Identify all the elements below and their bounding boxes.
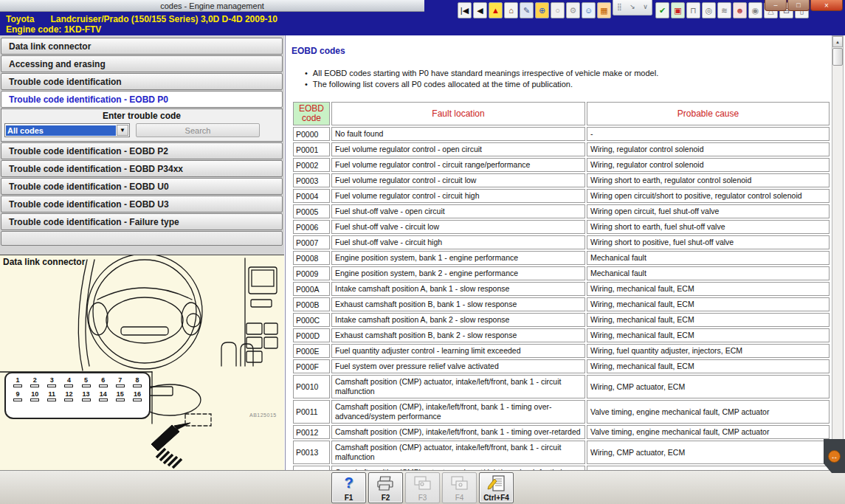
close-icon: × <box>824 1 829 10</box>
cell-code: P0000 <box>293 127 330 141</box>
pin-slot <box>99 398 108 401</box>
drawing-tools-icon[interactable]: ✎ <box>520 2 534 18</box>
sidebar-item-label: Trouble code identification - EOBD U0 <box>9 182 169 192</box>
dashboard-illustration <box>0 255 284 470</box>
top-strip: codes - Engine management |◀ ◀ ▲ ⌂ ✎ ⊕ ○… <box>0 0 845 35</box>
code-filter-combobox[interactable]: All codes ▼ <box>4 123 130 137</box>
brakes-icon[interactable]: ◎ <box>702 2 716 18</box>
cell-probable-cause: Wiring, mechanical fault, ECM <box>587 359 830 373</box>
sidebar-item[interactable]: Data link connector <box>1 38 283 55</box>
table-row: P0012 Camshaft position (CMP), intake/le… <box>293 425 830 439</box>
combobox-value: All codes <box>6 125 116 136</box>
seat-icon[interactable]: ⊓ <box>686 2 700 18</box>
sidebar-item[interactable]: Trouble code identification <box>1 73 283 90</box>
cell-fault-location: Fuel volume regulator control - open cir… <box>331 142 585 156</box>
cell-probable-cause: Wiring short to positive, fuel shut-off … <box>587 235 830 249</box>
sidebar-item[interactable]: Accessing and erasing <box>1 55 283 72</box>
cell-fault-location: Camshaft position (CMP), intake/left/fro… <box>331 400 585 424</box>
cell-probable-cause: Valve timing, engine mechanical fault, C… <box>587 400 830 424</box>
vehicle-model: Landcruiser/Prado (150/155 Series) 3,0D … <box>50 14 277 24</box>
cell-fault-location: Fuel volume regulator control - circuit … <box>331 189 585 203</box>
warning-triangle-icon[interactable]: ▲ <box>489 2 503 18</box>
battery-icon[interactable]: ▣ <box>671 2 685 18</box>
sidebar-item-label: Trouble code identification - EOBD U3 <box>9 199 169 210</box>
diagram-title: Data link connector <box>3 257 85 267</box>
gears-icon[interactable]: ⚙ <box>566 2 580 18</box>
cell-fault-location: Fuel shut-off valve - circuit low <box>331 220 585 234</box>
sidebar-item-label: Trouble code identification - Failure ty… <box>9 217 179 227</box>
pin-number: 14 <box>96 390 111 398</box>
sidebar: Data link connector Accessing and erasin… <box>0 35 284 255</box>
pin-number: 12 <box>61 390 76 398</box>
people-icon[interactable]: ☺ <box>582 2 596 18</box>
search-button[interactable]: Search <box>136 123 260 137</box>
suspension-icon[interactable]: ≋ <box>717 2 731 18</box>
cell-code: P0001 <box>293 142 330 156</box>
vehicle-header: ToyotaLandcruiser/Prado (150/155 Series)… <box>6 14 277 24</box>
combobox-dropdown-icon[interactable]: ▼ <box>117 125 128 136</box>
cell-fault-location: Intake camshaft position A, bank 1 - slo… <box>331 282 585 296</box>
gauge-icon[interactable]: ◉ <box>748 2 762 18</box>
cell-fault-location: Fuel quantity adjuster control - learnin… <box>331 344 585 358</box>
pin-slot <box>116 398 125 401</box>
sidebar-item[interactable]: Trouble code identification - EOBD P2 <box>1 142 283 159</box>
cell-fault-location: Camshaft position (CMP), intake/left/fro… <box>331 425 585 439</box>
exit-door-icon[interactable]: ⌂ <box>504 2 518 18</box>
checklist-icon[interactable]: ✔ <box>655 2 669 18</box>
cell-code: P0008 <box>293 251 330 265</box>
minimize-icon: – <box>773 1 777 9</box>
vertical-scrollbar[interactable]: ▲ ▼ <box>832 35 844 470</box>
notes-button[interactable]: Ctrl+F4 <box>479 472 514 503</box>
cell-code: P0010 <box>293 375 330 398</box>
cell-fault-location: Camshaft position (CMP) actuator, intake… <box>331 441 585 464</box>
cell-probable-cause: Mechanical fault <box>587 251 830 265</box>
globe-icon[interactable]: ⊕ <box>535 2 549 18</box>
window-title: codes - Engine management <box>160 1 264 10</box>
help-button[interactable]: ? F1 <box>331 472 366 503</box>
pin-slot <box>133 398 142 401</box>
cell-fault-location: Fuel volume regulator control - circuit … <box>331 158 585 172</box>
toolbar-expander[interactable]: ⣿ ↘ ∨ <box>613 0 652 15</box>
minimize-button[interactable]: – <box>765 0 787 11</box>
cell-probable-cause: Wiring, mechanical fault, ECM <box>587 297 830 311</box>
table-row: P0011 Camshaft position (CMP), intake/le… <box>293 400 830 424</box>
airbag-icon[interactable]: ☻ <box>733 2 747 18</box>
sidebar-item[interactable]: Trouble code identification - EOBD U3 <box>1 196 283 213</box>
table-row: P0001 Fuel volume regulator control - op… <box>293 142 830 156</box>
pin-number: 11 <box>44 390 59 398</box>
sidebar-item[interactable]: Trouble code identification - EOBD U0 <box>1 178 283 195</box>
scrollbar-thumb[interactable] <box>832 48 843 66</box>
images-button-f4[interactable]: F4 <box>442 472 477 503</box>
sidebar-item[interactable]: Trouble code identification - EOBD P0 <box>1 91 283 108</box>
scroll-up-button[interactable]: ▲ <box>832 36 843 47</box>
cell-probable-cause: Wiring short to earth, regulator control… <box>587 173 830 187</box>
pin-slot <box>47 384 56 387</box>
table-row: P0004 Fuel volume regulator control - ci… <box>293 189 830 203</box>
print-button[interactable]: F2 <box>368 472 403 503</box>
table-row: P0013 Camshaft position (CMP) actuator, … <box>293 441 830 464</box>
cell-code: P0012 <box>293 425 330 439</box>
cell-code: P0003 <box>293 173 330 187</box>
nav-first-icon[interactable]: |◀ <box>458 2 472 18</box>
cell-probable-cause: Wiring open circuit/short to positive, r… <box>587 189 830 203</box>
cell-code: P000D <box>293 328 330 342</box>
close-button[interactable]: × <box>810 0 843 11</box>
pin-slot <box>30 398 39 401</box>
cell-fault-location: Fuel system over pressure relief valve a… <box>331 359 585 373</box>
trouble-code-search-panel: Enter trouble code All codes ▼ Search <box>1 108 283 142</box>
sidebar-item[interactable]: Trouble code identification - Failure ty… <box>1 213 283 230</box>
nav-back-icon[interactable]: ◀ <box>473 2 487 18</box>
images-button-f3[interactable]: F3 <box>405 472 440 503</box>
image-icon[interactable]: ▦ <box>597 2 611 18</box>
restore-icon: □ <box>796 1 800 9</box>
eobd-codes-table: EOBD code Fault location Probable cause … <box>292 100 831 470</box>
restore-button[interactable]: □ <box>787 0 810 11</box>
cell-code: P000B <box>293 297 330 311</box>
cell-fault-location: Camshaft position (CMP) actuator, intake… <box>331 375 585 398</box>
cell-probable-cause: Wiring, fuel quantity adjuster, injector… <box>587 344 830 358</box>
pin-slot <box>30 384 39 387</box>
cell-probable-cause: Wiring open circuit, fuel shut-off valve <box>587 204 830 218</box>
key-icon[interactable]: ○ <box>551 2 565 18</box>
pin-slot <box>99 384 108 387</box>
sidebar-item[interactable]: Trouble code identification - EOBD P34xx <box>1 160 283 177</box>
